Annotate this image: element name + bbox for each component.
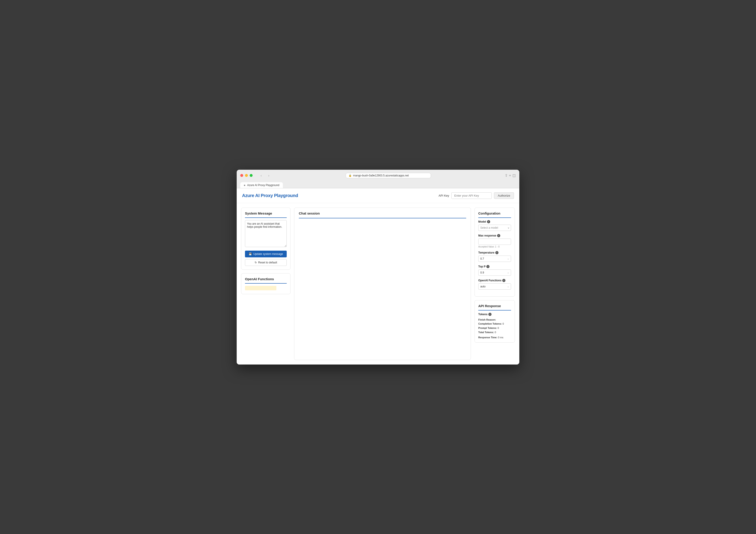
token-stats: Finish Reason: Completion Tokens: 0 Prom… [478, 318, 511, 335]
reset-btn-label: Reset to default [258, 261, 277, 264]
forward-button[interactable]: › [266, 172, 272, 179]
temperature-info-icon[interactable]: i [495, 251, 499, 254]
app-content: Azure AI Proxy Playground API Key Author… [237, 188, 519, 365]
browser-actions: ⇪ + ◫ [505, 173, 516, 178]
system-message-title: System Message [245, 212, 287, 218]
response-time: Response Time: 0 ms [478, 336, 511, 339]
top-p-chevron: ⌄ [507, 271, 509, 274]
back-button[interactable]: ‹ [258, 172, 264, 179]
configuration-title: Configuration [478, 212, 511, 218]
completion-tokens-label: Completion Tokens: [478, 322, 502, 325]
new-tab-icon[interactable]: + [509, 173, 511, 178]
finish-reason-line: Finish Reason: [478, 318, 511, 322]
completion-tokens-line: Completion Tokens: 0 [478, 322, 511, 326]
openai-functions-title: OpenAI Functions [245, 277, 287, 284]
api-key-input[interactable] [451, 192, 492, 199]
tab-favicon: ■ [244, 184, 245, 187]
openai-functions-config-field: OpenAI Functions i auto ⌄ [478, 279, 511, 290]
chat-area: Chat session [294, 208, 471, 360]
minimize-traffic-light[interactable] [245, 174, 248, 177]
top-p-label: Top P i [478, 265, 511, 268]
completion-tokens-value: 0 [502, 322, 504, 325]
save-icon: 💾 [249, 252, 252, 256]
top-p-dropdown[interactable]: 0.9 ⌄ [478, 269, 511, 276]
share-icon[interactable]: ⇪ [505, 173, 508, 178]
model-label: Model i [478, 220, 511, 223]
temperature-value: 0.7 [480, 257, 484, 260]
api-response-panel: API Response Tokens i Finish Reason: Com… [474, 300, 515, 343]
temperature-label: Temperature i [478, 251, 511, 254]
tabs-icon[interactable]: ◫ [512, 173, 516, 178]
browser-controls: ‹ › 🔒 mango-bush-0a9e12903.5.azurestatic… [240, 172, 516, 179]
temperature-field: Temperature i 0.7 ⌄ [478, 251, 511, 262]
total-tokens-value: 0 [495, 331, 496, 334]
lock-icon: 🔒 [349, 174, 352, 177]
tokens-label: Tokens i [478, 313, 511, 316]
temperature-chevron: ⌄ [507, 257, 509, 260]
system-message-panel: System Message You are an AI assistant t… [241, 208, 290, 270]
max-response-info-icon[interactable]: i [497, 234, 500, 237]
configuration-panel: Configuration Model i Select a model [474, 208, 515, 296]
response-time-label: Response Time: [478, 336, 497, 339]
main-layout: System Message You are an AI assistant t… [237, 203, 519, 365]
max-response-field: Max response i 0 Accepted Value: 1 - 0 [478, 234, 511, 248]
api-key-label: API Key [439, 194, 449, 197]
prompt-tokens-label: Prompt Tokens: [478, 327, 497, 329]
prompt-tokens-value: 0 [498, 327, 499, 329]
tab-title: Azure AI Proxy Playground [247, 184, 279, 187]
openai-functions-panel: OpenAI Functions [241, 273, 290, 294]
model-select-wrapper: Select a model [478, 225, 511, 231]
total-tokens-line: Total Tokens: 0 [478, 330, 511, 335]
browser-nav: ‹ › [258, 172, 272, 179]
openai-functions-value: auto [480, 285, 485, 288]
top-p-info-icon[interactable]: i [486, 265, 490, 268]
authorize-button[interactable]: Authorize [494, 192, 514, 199]
max-response-label: Max response i [478, 234, 511, 237]
tab-bar: ■ Azure AI Proxy Playground [240, 181, 516, 188]
model-select[interactable]: Select a model [478, 225, 511, 231]
openai-functions-chevron: ⌄ [507, 285, 509, 288]
browser-window: ‹ › 🔒 mango-bush-0a9e12903.5.azurestatic… [237, 170, 519, 365]
model-info-icon[interactable]: i [487, 220, 490, 223]
chat-title: Chat session [299, 212, 466, 218]
top-p-value: 0.9 [480, 271, 484, 274]
response-time-unit: ms [500, 336, 503, 339]
address-bar-container: 🔒 mango-bush-0a9e12903.5.azurestaticapps… [274, 173, 503, 178]
active-tab[interactable]: ■ Azure AI Proxy Playground [240, 182, 283, 188]
update-btn-label: Update system message [253, 252, 283, 256]
max-response-input[interactable]: 0 [478, 239, 511, 245]
browser-chrome: ‹ › 🔒 mango-bush-0a9e12903.5.azurestatic… [237, 170, 519, 188]
left-sidebar: System Message You are an AI assistant t… [241, 208, 290, 360]
response-time-value: 0 [498, 336, 500, 339]
top-p-field: Top P i 0.9 ⌄ [478, 265, 511, 276]
total-tokens-label: Total Tokens: [478, 331, 494, 334]
openai-functions-placeholder [245, 286, 276, 290]
close-traffic-light[interactable] [240, 174, 243, 177]
tokens-info-icon[interactable]: i [488, 313, 492, 316]
url-text: mango-bush-0a9e12903.5.azurestaticapps.n… [353, 174, 409, 177]
reset-to-default-button[interactable]: ↻ Reset to default [245, 259, 287, 266]
prompt-tokens-line: Prompt Tokens: 0 [478, 326, 511, 330]
app-title: Azure AI Proxy Playground [242, 193, 298, 198]
reset-icon: ↻ [255, 261, 257, 264]
model-field: Model i Select a model [478, 220, 511, 231]
openai-functions-config-label: OpenAI Functions i [478, 279, 511, 282]
openai-functions-info-icon[interactable]: i [502, 279, 505, 282]
api-response-title: API Response [478, 304, 511, 311]
chat-messages [299, 221, 466, 356]
finish-reason-label: Finish Reason: [478, 318, 496, 321]
temperature-dropdown[interactable]: 0.7 ⌄ [478, 256, 511, 262]
maximize-traffic-light[interactable] [250, 174, 253, 177]
address-bar[interactable]: 🔒 mango-bush-0a9e12903.5.azurestaticapps… [346, 173, 431, 178]
system-message-textarea[interactable]: You are an AI assistant that helps peopl… [245, 220, 287, 247]
api-key-section: API Key Authorize [439, 192, 514, 199]
update-system-message-button[interactable]: 💾 Update system message [245, 251, 287, 257]
top-bar: Azure AI Proxy Playground API Key Author… [237, 188, 519, 203]
right-sidebar: Configuration Model i Select a model [474, 208, 515, 360]
max-response-accepted: Accepted Value: 1 - 0 [478, 245, 511, 248]
openai-functions-dropdown[interactable]: auto ⌄ [478, 283, 511, 290]
